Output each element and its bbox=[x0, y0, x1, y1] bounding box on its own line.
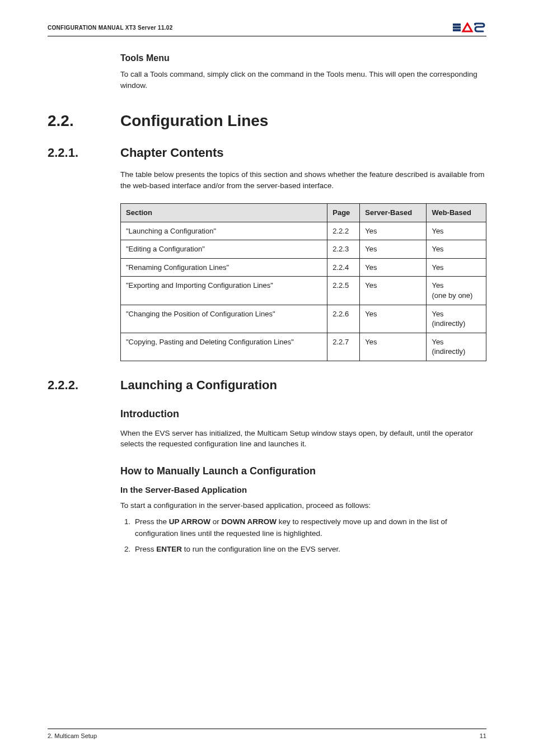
table-cell: "Renaming Configuration Lines" bbox=[121, 258, 327, 277]
table-cell: "Editing a Configuration" bbox=[121, 240, 327, 259]
section-2-2-1-intro: The table below presents the topics of t… bbox=[120, 169, 486, 191]
section-2-2-1-title: Chapter Contents bbox=[120, 146, 224, 160]
step2-c: to run the configuration line on the EVS… bbox=[182, 545, 340, 553]
table-cell: Yes bbox=[360, 305, 427, 333]
table-cell: 2.2.5 bbox=[327, 277, 360, 305]
svg-marker-3 bbox=[463, 24, 472, 31]
table-cell: "Changing the Position of Configuration … bbox=[121, 305, 327, 333]
footer-left: 2. Multicam Setup bbox=[48, 732, 97, 739]
step2-b: ENTER bbox=[156, 545, 182, 553]
th-web: Web-Based bbox=[427, 204, 486, 222]
step1-c: or bbox=[210, 517, 222, 526]
th-section: Section bbox=[121, 204, 327, 222]
table-cell: 2.2.4 bbox=[327, 258, 360, 277]
table-cell: Yes bbox=[360, 258, 427, 277]
table-cell: Yes bbox=[360, 222, 427, 240]
section-2-2-2-num: 2.2.2. bbox=[48, 378, 120, 393]
table-cell: Yes bbox=[360, 240, 427, 259]
table-cell: "Copying, Pasting and Deleting Configura… bbox=[121, 333, 327, 361]
th-server: Server-Based bbox=[360, 204, 427, 222]
th-page: Page bbox=[327, 204, 360, 222]
table-cell: Yes (indirectly) bbox=[427, 333, 486, 361]
svg-rect-2 bbox=[453, 29, 461, 31]
table-cell: Yes (indirectly) bbox=[427, 305, 486, 333]
step2-a: Press bbox=[135, 545, 156, 553]
howto-heading: How to Manually Launch a Configuration bbox=[120, 465, 486, 477]
section-2-2-1-num: 2.2.1. bbox=[48, 146, 120, 160]
section-2-2-2: 2.2.2. Launching a Configuration bbox=[48, 378, 486, 393]
table-row: "Renaming Configuration Lines"2.2.4YesYe… bbox=[121, 258, 486, 277]
section-2-2-num: 2.2. bbox=[48, 112, 120, 130]
evs-logo bbox=[453, 22, 486, 32]
tools-menu-heading: Tools Menu bbox=[120, 53, 486, 63]
header-title: CONFIGURATION MANUAL XT3 Server 11.02 bbox=[48, 25, 173, 31]
section-2-2: 2.2. Configuration Lines bbox=[48, 112, 486, 130]
section-2-2-title: Configuration Lines bbox=[120, 112, 268, 130]
server-app-heading: In the Server-Based Application bbox=[120, 485, 486, 494]
introduction-heading: Introduction bbox=[120, 408, 486, 420]
table-cell: Yes bbox=[360, 333, 427, 361]
step-1: Press the UP ARROW or DOWN ARROW key to … bbox=[133, 516, 486, 539]
tools-menu-text: To call a Tools command, simply click on… bbox=[120, 69, 486, 91]
steps-list: Press the UP ARROW or DOWN ARROW key to … bbox=[120, 516, 486, 555]
table-cell: 2.2.3 bbox=[327, 240, 360, 259]
table-header-row: Section Page Server-Based Web-Based bbox=[121, 204, 486, 222]
section-2-2-2-title: Launching a Configuration bbox=[120, 378, 277, 393]
svg-rect-0 bbox=[453, 24, 461, 26]
step-2: Press ENTER to run the configuration lin… bbox=[133, 544, 486, 555]
step1-a: Press the bbox=[135, 517, 169, 526]
table-cell: 2.2.2 bbox=[327, 222, 360, 240]
step1-d: DOWN ARROW bbox=[222, 517, 277, 526]
table-row: "Launching a Configuration"2.2.2YesYes bbox=[121, 222, 486, 240]
table-cell: Yes bbox=[427, 258, 486, 277]
table-cell: Yes bbox=[427, 222, 486, 240]
table-row: "Changing the Position of Configuration … bbox=[121, 305, 486, 333]
table-cell: 2.2.7 bbox=[327, 333, 360, 361]
introduction-text: When the EVS server has initialized, the… bbox=[120, 428, 486, 450]
chapter-contents-table: Section Page Server-Based Web-Based "Lau… bbox=[120, 203, 486, 361]
table-row: "Editing a Configuration"2.2.3YesYes bbox=[121, 240, 486, 259]
table-cell: "Exporting and Importing Configuration L… bbox=[121, 277, 327, 305]
svg-rect-1 bbox=[453, 26, 461, 29]
section-2-2-1: 2.2.1. Chapter Contents bbox=[48, 146, 486, 160]
table-cell: 2.2.6 bbox=[327, 305, 360, 333]
footer-right: 11 bbox=[480, 732, 486, 739]
step1-b: UP ARROW bbox=[169, 517, 210, 526]
table-body: "Launching a Configuration"2.2.2YesYes"E… bbox=[121, 222, 486, 361]
table-cell: "Launching a Configuration" bbox=[121, 222, 327, 240]
table-cell: Yes bbox=[360, 277, 427, 305]
table-row: "Exporting and Importing Configuration L… bbox=[121, 277, 486, 305]
table-cell: Yes (one by one) bbox=[427, 277, 486, 305]
page-header: CONFIGURATION MANUAL XT3 Server 11.02 bbox=[48, 22, 486, 36]
table-row: "Copying, Pasting and Deleting Configura… bbox=[121, 333, 486, 361]
server-app-text: To start a configuration in the server-b… bbox=[120, 500, 486, 511]
table-cell: Yes bbox=[427, 240, 486, 259]
page-footer: 2. Multicam Setup 11 bbox=[48, 729, 486, 739]
